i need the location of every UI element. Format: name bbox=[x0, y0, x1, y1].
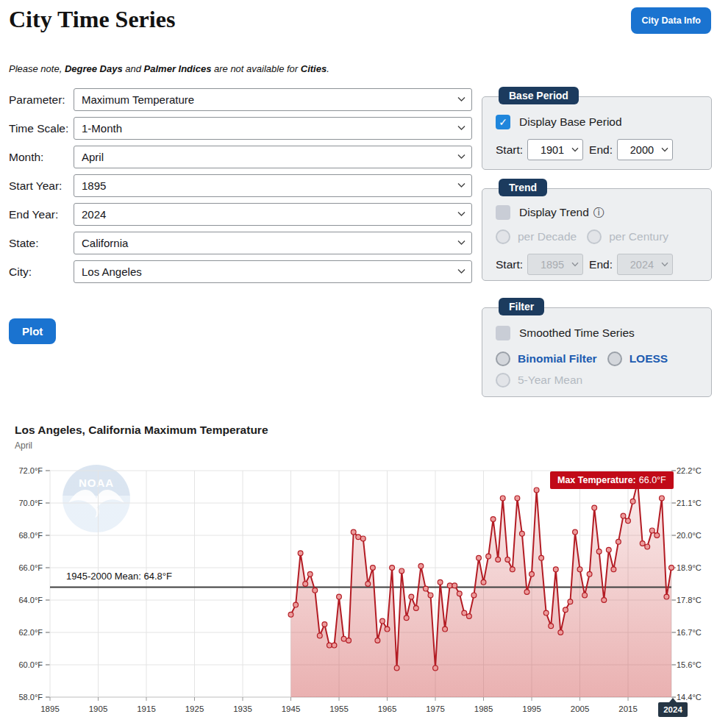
five-year-mean-radio[interactable] bbox=[496, 373, 510, 388]
info-icon[interactable]: ⓘ bbox=[593, 206, 604, 220]
data-point[interactable] bbox=[558, 630, 563, 635]
data-point[interactable] bbox=[346, 638, 352, 643]
data-point[interactable] bbox=[602, 598, 607, 603]
data-point[interactable] bbox=[418, 563, 424, 568]
data-point[interactable] bbox=[496, 557, 501, 563]
time-scale-select[interactable]: 1-Month bbox=[74, 117, 472, 140]
loess-radio[interactable] bbox=[607, 351, 622, 366]
data-point[interactable] bbox=[510, 567, 515, 572]
data-point[interactable] bbox=[606, 547, 611, 552]
data-point[interactable] bbox=[477, 555, 482, 560]
city-data-info-button[interactable]: City Data Info bbox=[631, 7, 711, 34]
data-point[interactable] bbox=[573, 529, 578, 535]
data-point[interactable] bbox=[529, 571, 535, 577]
data-point[interactable] bbox=[524, 590, 529, 595]
data-point[interactable] bbox=[500, 496, 505, 501]
data-point[interactable] bbox=[303, 582, 308, 587]
per-century-radio[interactable] bbox=[587, 229, 602, 244]
city-select[interactable]: Los Angeles bbox=[74, 260, 472, 283]
data-point[interactable] bbox=[621, 513, 626, 518]
data-point[interactable] bbox=[462, 610, 467, 615]
data-point[interactable] bbox=[428, 593, 433, 598]
data-point[interactable] bbox=[332, 643, 337, 648]
data-point[interactable] bbox=[539, 555, 544, 560]
data-point[interactable] bbox=[515, 496, 520, 501]
data-point[interactable] bbox=[457, 591, 462, 596]
data-point[interactable] bbox=[596, 549, 602, 554]
data-point[interactable] bbox=[568, 599, 573, 604]
data-point[interactable] bbox=[563, 607, 568, 613]
data-point[interactable] bbox=[409, 594, 414, 599]
data-point[interactable] bbox=[640, 541, 645, 546]
data-point[interactable] bbox=[664, 594, 669, 599]
data-point[interactable] bbox=[288, 612, 293, 617]
data-point[interactable] bbox=[611, 567, 616, 572]
data-point[interactable] bbox=[471, 593, 477, 598]
data-point[interactable] bbox=[394, 665, 399, 671]
data-point[interactable] bbox=[322, 622, 327, 627]
data-point[interactable] bbox=[413, 606, 418, 611]
data-point[interactable] bbox=[365, 582, 371, 587]
smoothed-time-series-checkbox[interactable] bbox=[496, 326, 510, 340]
data-point[interactable] bbox=[549, 624, 554, 629]
data-point[interactable] bbox=[356, 535, 361, 540]
data-point[interactable] bbox=[307, 571, 313, 577]
data-point[interactable] bbox=[452, 583, 457, 588]
base-end-select[interactable]: 2000 bbox=[617, 139, 673, 160]
data-point[interactable] bbox=[553, 567, 558, 572]
data-point[interactable] bbox=[587, 571, 592, 577]
data-point[interactable] bbox=[293, 602, 299, 607]
data-point[interactable] bbox=[534, 488, 539, 493]
data-point[interactable] bbox=[327, 643, 332, 648]
data-point[interactable] bbox=[399, 568, 404, 574]
plot-button[interactable]: Plot bbox=[9, 318, 56, 344]
data-point[interactable] bbox=[385, 627, 390, 632]
data-point[interactable] bbox=[404, 615, 409, 621]
data-point[interactable] bbox=[380, 618, 385, 624]
data-point[interactable] bbox=[592, 505, 597, 510]
data-point[interactable] bbox=[298, 551, 303, 556]
data-point[interactable] bbox=[582, 593, 588, 598]
state-select[interactable]: California bbox=[74, 232, 472, 254]
data-point[interactable] bbox=[654, 533, 660, 538]
data-point[interactable] bbox=[390, 565, 395, 571]
data-point[interactable] bbox=[616, 539, 621, 544]
start-year-select[interactable]: 1895 bbox=[74, 174, 472, 197]
data-point[interactable] bbox=[481, 579, 486, 585]
display-trend-checkbox[interactable] bbox=[496, 205, 510, 220]
data-point[interactable] bbox=[371, 565, 376, 571]
data-point[interactable] bbox=[626, 518, 631, 524]
data-point[interactable] bbox=[486, 554, 491, 559]
data-point[interactable] bbox=[351, 529, 356, 535]
data-point[interactable] bbox=[630, 499, 635, 504]
data-point[interactable] bbox=[337, 594, 342, 599]
data-point[interactable] bbox=[505, 557, 510, 563]
data-point[interactable] bbox=[669, 565, 674, 571]
data-point[interactable] bbox=[660, 496, 665, 501]
base-start-select[interactable]: 1901 bbox=[527, 139, 583, 160]
data-point[interactable] bbox=[360, 536, 365, 541]
data-point[interactable] bbox=[543, 610, 549, 615]
data-point[interactable] bbox=[341, 636, 346, 641]
data-point[interactable] bbox=[375, 638, 380, 643]
month-select[interactable]: April bbox=[74, 146, 472, 168]
end-year-select[interactable]: 2024 bbox=[74, 203, 472, 226]
data-point[interactable] bbox=[447, 583, 452, 588]
data-point[interactable] bbox=[649, 528, 654, 533]
data-point[interactable] bbox=[317, 633, 322, 638]
data-point[interactable] bbox=[443, 627, 448, 632]
data-point[interactable] bbox=[491, 517, 496, 522]
display-base-period-checkbox[interactable]: ✓ bbox=[496, 115, 510, 129]
per-decade-radio[interactable] bbox=[496, 229, 510, 244]
trend-end-select[interactable]: 2024 bbox=[617, 254, 673, 275]
data-point[interactable] bbox=[424, 586, 429, 591]
data-point[interactable] bbox=[520, 531, 525, 536]
data-point[interactable] bbox=[467, 614, 472, 619]
data-point[interactable] bbox=[645, 544, 650, 549]
data-point[interactable] bbox=[438, 579, 443, 585]
trend-start-select[interactable]: 1895 bbox=[527, 254, 583, 275]
data-point[interactable] bbox=[433, 665, 438, 671]
data-point[interactable] bbox=[313, 588, 318, 593]
binomial-filter-radio[interactable] bbox=[496, 351, 510, 366]
data-point[interactable] bbox=[577, 567, 582, 572]
